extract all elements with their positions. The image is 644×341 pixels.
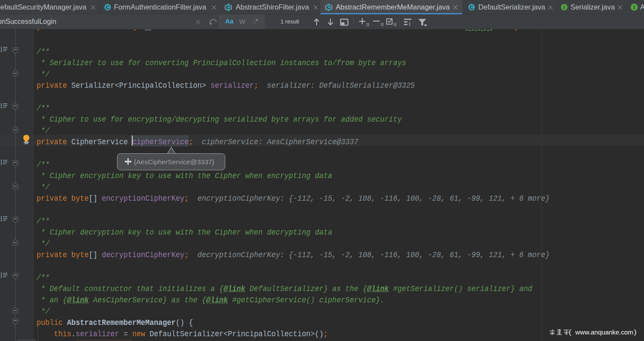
svg-text:II: II — [380, 22, 384, 27]
svg-text:C: C — [470, 5, 473, 10]
svg-text:C: C — [106, 5, 109, 10]
svg-text:II: II — [394, 22, 397, 27]
svg-text:I: I — [409, 21, 410, 26]
svg-text:II: II — [366, 22, 370, 27]
svg-text:I: I — [563, 5, 565, 10]
svg-text:I: I — [633, 5, 635, 10]
svg-text:C: C — [327, 5, 330, 10]
svg-text:C: C — [227, 5, 230, 10]
